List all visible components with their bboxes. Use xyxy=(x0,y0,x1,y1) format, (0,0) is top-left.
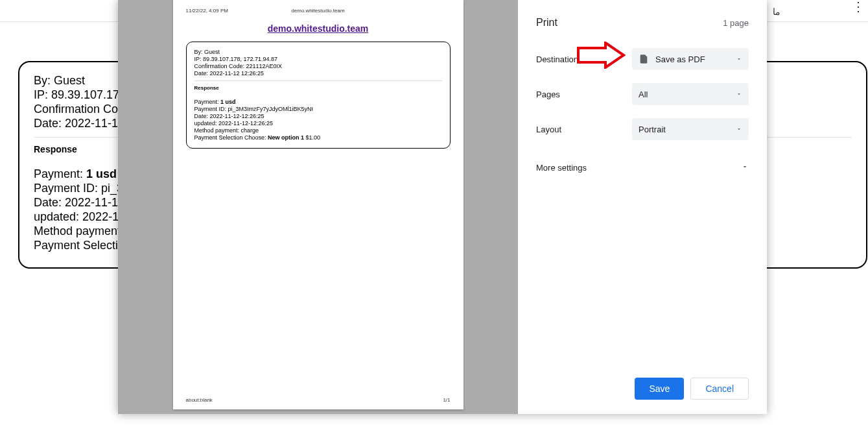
chevron-down-icon xyxy=(736,55,742,64)
print-title: Print xyxy=(536,17,557,29)
action-buttons: Save Cancel xyxy=(536,378,749,402)
bg-payment-label: Payment: xyxy=(34,167,83,180)
print-preview-pane: 11/22/22, 4:09 PM demo.whitestudio.team … xyxy=(118,0,518,414)
preview-method: Method payment: charge xyxy=(194,127,442,134)
chevron-down-icon xyxy=(736,125,742,134)
preview-date2: Date: 2022-11-12-12:26:25 xyxy=(194,113,442,119)
settings-header: Print 1 page xyxy=(536,17,749,29)
preview-response-header: Response xyxy=(194,85,442,91)
pages-value: All xyxy=(639,90,736,99)
bg-ip-label: IP: xyxy=(34,88,48,101)
preview-selection-option: New option 1 xyxy=(268,134,304,141)
bg-date-label: Date: xyxy=(34,117,62,130)
chevron-down-icon xyxy=(736,90,742,99)
bg-date2-label: Date: xyxy=(34,196,62,209)
preview-selection-label: Payment Selection Choose: xyxy=(194,134,268,141)
preview-receipt-box: By: Guest IP: 89.39.107.178, 172.71.94.8… xyxy=(186,42,451,149)
preview-payment-id: Payment ID: pi_3M3ImzFy7yJdyOMl1iBK5yNI xyxy=(194,106,442,112)
pdf-icon xyxy=(639,54,649,64)
preview-date: Date: 2022-11-12 12:26:25 xyxy=(194,70,442,77)
layout-label: Layout xyxy=(536,125,632,134)
bg-updated-label: updated: xyxy=(34,210,79,223)
destination-label: Destination xyxy=(536,55,632,64)
preview-ip: IP: 89.39.107.178, 172.71.94.87 xyxy=(194,56,442,62)
preview-title-link: demo.whitestudio.team xyxy=(268,23,369,34)
bg-by-value: Guest xyxy=(54,74,85,87)
preview-confirmation: Confirmation Code: 221112AE0IX xyxy=(194,63,442,69)
layout-row: Layout Portrait xyxy=(536,118,749,140)
more-settings-label: More settings xyxy=(536,163,587,173)
preview-footer-left: about:blank xyxy=(186,397,213,403)
layout-select[interactable]: Portrait xyxy=(632,118,749,140)
cancel-button[interactable]: Cancel xyxy=(690,378,749,400)
preview-footer-right: 1/1 xyxy=(443,397,450,403)
bg-menu-colon: ⋮ xyxy=(852,0,865,14)
pages-select[interactable]: All xyxy=(632,83,749,105)
preview-updated: updated: 2022-11-12-12:26:25 xyxy=(194,120,442,127)
preview-selection-price: $1.00 xyxy=(304,134,320,141)
bg-payment-value: 1 usd xyxy=(86,167,117,180)
bg-by-label: By: xyxy=(34,74,51,87)
preview-title: demo.whitestudio.team xyxy=(186,23,451,34)
destination-select[interactable]: Save as PDF xyxy=(632,48,749,70)
pages-row: Pages All xyxy=(536,83,749,105)
save-button[interactable]: Save xyxy=(635,378,684,400)
preview-page: 11/22/22, 4:09 PM demo.whitestudio.team … xyxy=(173,0,463,409)
page-count: 1 page xyxy=(723,18,749,28)
destination-value: Save as PDF xyxy=(655,55,736,64)
print-settings-panel: Print 1 page Destination Save as PDF Pag… xyxy=(518,0,767,414)
more-settings-toggle[interactable]: More settings xyxy=(536,156,749,179)
chevron-down-icon xyxy=(741,163,749,173)
bg-rtl-text: ما xyxy=(773,6,780,17)
layout-value: Portrait xyxy=(639,125,736,134)
print-dialog: 11/22/22, 4:09 PM demo.whitestudio.team … xyxy=(118,0,767,414)
bg-paymentid-label: Payment ID: xyxy=(34,182,98,195)
destination-row: Destination Save as PDF xyxy=(536,48,749,70)
preview-payment-label: Payment: xyxy=(194,99,221,105)
preview-by: By: Guest xyxy=(194,49,442,55)
pages-label: Pages xyxy=(536,90,632,99)
preview-domain-header: demo.whitestudio.team xyxy=(173,8,463,14)
preview-payment-value: 1 usd xyxy=(220,99,236,105)
